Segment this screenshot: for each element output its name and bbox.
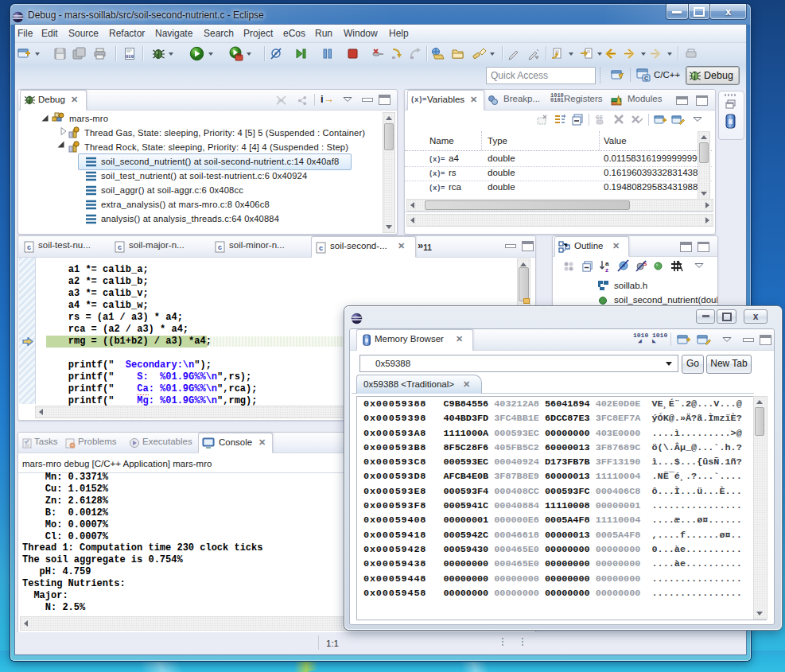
- svg-text:c: c: [218, 243, 222, 251]
- svg-text:c: c: [27, 243, 31, 251]
- svg-text:z: z: [605, 266, 608, 273]
- svg-text:C: C: [644, 76, 648, 81]
- svg-text:c: c: [118, 243, 122, 251]
- svg-text:010: 010: [126, 54, 134, 60]
- svg-text:c: c: [319, 244, 323, 252]
